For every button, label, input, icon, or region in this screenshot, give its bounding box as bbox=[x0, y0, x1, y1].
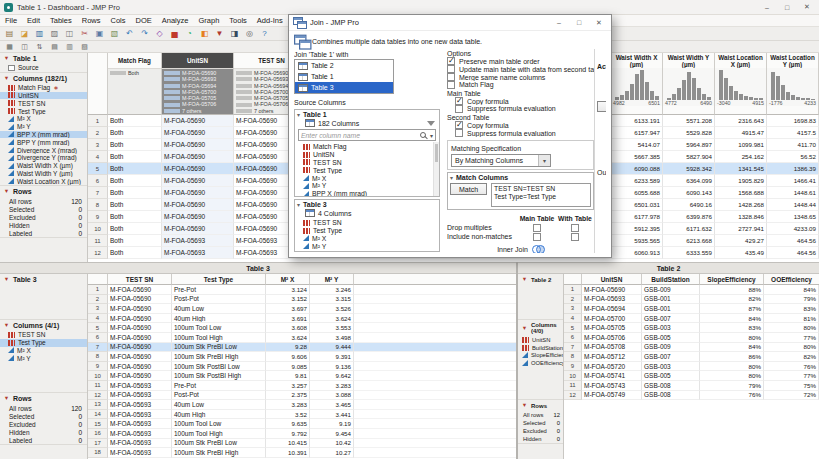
new-script-icon[interactable]: ◇ bbox=[153, 28, 166, 39]
row-number[interactable]: 4 bbox=[88, 151, 108, 163]
rows-stat[interactable]: Excluded 0 bbox=[0, 213, 87, 221]
table-row[interactable]: 13 M-FOA-05693 40um Low 3.283 3.465 bbox=[88, 400, 516, 410]
cell-m2x[interactable]: 3.697 bbox=[266, 304, 310, 314]
cell-unitsn[interactable]: M-FOA-05743 bbox=[582, 381, 642, 391]
cell-unitsn[interactable]: M-FOA-05690 bbox=[162, 211, 234, 223]
column-list-item[interactable]: BPP X (mm mrad) bbox=[0, 131, 87, 139]
zoom-tool-icon[interactable]: ◎ bbox=[243, 28, 256, 39]
cell-match-flag[interactable]: Both bbox=[108, 223, 162, 235]
cell-buildstation[interactable]: GSB-007 bbox=[642, 352, 700, 362]
red-triangle-icon[interactable] bbox=[3, 276, 10, 283]
menu-item[interactable]: Edit bbox=[22, 15, 45, 27]
row-number[interactable]: 1 bbox=[88, 285, 108, 295]
row-number[interactable]: 3 bbox=[88, 304, 108, 314]
cell-unitsn[interactable]: M-FOA-05693 bbox=[582, 295, 642, 305]
column-header-unitsn[interactable]: UnitSN bbox=[582, 274, 642, 285]
cell-m2y[interactable]: 3.283 bbox=[310, 381, 354, 391]
cell-waist-width-y[interactable]: 6333.559 bbox=[663, 247, 715, 259]
column-list-item[interactable]: Test Type bbox=[0, 339, 87, 347]
table-row[interactable]: 3 M-FOA-05690 40um Low 3.697 3.526 bbox=[88, 304, 516, 314]
cell-m2y[interactable]: 3.526 bbox=[310, 304, 354, 314]
cell-oo-efficiency[interactable]: 77% bbox=[764, 371, 819, 381]
row-number[interactable]: 5 bbox=[564, 323, 582, 333]
maximize-icon[interactable] bbox=[779, 1, 795, 13]
cell-buildstation[interactable]: GSB-003 bbox=[642, 323, 700, 333]
fit-y-by-x-icon[interactable]: ◔ bbox=[183, 28, 196, 39]
table1-panel-header[interactable]: Table 1 bbox=[0, 53, 87, 64]
cell-match-flag[interactable]: Both bbox=[108, 139, 162, 151]
row-number[interactable]: 8 bbox=[88, 352, 108, 362]
cell-m2x[interactable]: 3.283 bbox=[266, 400, 310, 410]
cell-unitsn[interactable]: M-FOA-05690 bbox=[162, 199, 234, 211]
cell-test-type[interactable]: 100um Tool High bbox=[172, 333, 266, 343]
cell-m2y[interactable]: 3.465 bbox=[310, 400, 354, 410]
cell-test-sn[interactable]: M-FOA-05693 bbox=[108, 410, 172, 420]
menu-item[interactable]: File bbox=[0, 15, 22, 27]
rows-panel-header[interactable]: Rows bbox=[0, 186, 87, 197]
table-stack-icon[interactable]: ▤ bbox=[48, 41, 61, 52]
join-table-option[interactable]: Table 1 bbox=[295, 71, 393, 82]
cell-waist-location-y[interactable]: 4233.09 bbox=[767, 223, 819, 235]
cell-unitsn[interactable]: M-FOA-05712 bbox=[582, 352, 642, 362]
help-icon[interactable]: ? bbox=[258, 28, 271, 39]
cell-match-flag[interactable]: Both bbox=[108, 163, 162, 175]
red-triangle-icon[interactable] bbox=[521, 276, 528, 283]
cell-slope-efficiency[interactable]: 87% bbox=[700, 304, 764, 314]
rows-stat[interactable]: All rows 12 bbox=[518, 411, 563, 419]
cell-waist-location-y[interactable]: 411.70 bbox=[767, 139, 819, 151]
cell-waist-location-x[interactable]: 1099.981 bbox=[715, 139, 767, 151]
column-header-waist-location-x[interactable]: Waist Location X (µm) -30404915 bbox=[715, 53, 767, 115]
cell-m2y[interactable]: 9.19 bbox=[310, 419, 354, 429]
cell-unitsn[interactable]: M-FOA-05708 bbox=[582, 343, 642, 353]
rows-stat[interactable]: Excluded 0 bbox=[0, 420, 87, 428]
rows-panel-header[interactable]: Rows bbox=[0, 393, 87, 404]
red-triangle-icon[interactable] bbox=[3, 395, 10, 402]
rows-stat[interactable]: Labeled 0 bbox=[0, 229, 87, 237]
disclosure-icon[interactable] bbox=[450, 174, 453, 181]
table3-box-header[interactable]: Table 3 bbox=[295, 200, 439, 209]
cell-slope-efficiency[interactable]: 76% bbox=[700, 391, 764, 401]
row-number[interactable]: 5 bbox=[88, 163, 108, 175]
table-row[interactable]: 7 M-FOA-05708 GSB-009 84% 80% bbox=[564, 343, 819, 353]
table-row[interactable]: 15 M-FOA-05693 100um Tool Low 9.635 9.19 bbox=[88, 419, 516, 429]
match-columns-header[interactable]: Match Columns bbox=[448, 173, 593, 182]
red-triangle-icon[interactable] bbox=[3, 75, 10, 82]
cell-waist-width-y[interactable]: 6213.668 bbox=[663, 235, 715, 247]
checkbox[interactable] bbox=[571, 233, 579, 241]
column-list-item[interactable]: TEST SN bbox=[0, 331, 87, 339]
cell-waist-location-y[interactable]: 464.56 bbox=[767, 247, 819, 259]
cell-m2y[interactable]: 3.553 bbox=[310, 323, 354, 333]
cell-m2y[interactable]: 10.42 bbox=[310, 439, 354, 449]
cell-test-type[interactable]: Post-Pot bbox=[172, 391, 266, 401]
cell-unitsn[interactable]: M-FOA-05705 bbox=[582, 323, 642, 333]
cell-unitsn[interactable]: M-FOA-05690 bbox=[162, 163, 234, 175]
row-number[interactable]: 9 bbox=[88, 362, 108, 372]
rows-stat[interactable]: All rows 120 bbox=[0, 404, 87, 412]
table3-panel-header[interactable]: Table 3 bbox=[0, 274, 87, 285]
row-number[interactable]: 2 bbox=[88, 127, 108, 139]
table-row[interactable]: 16 M-FOA-05693 100um Tool High 9.792 9.4… bbox=[88, 429, 516, 439]
cell-match-flag[interactable]: Both bbox=[108, 127, 162, 139]
cell-unitsn[interactable]: M-FOA-05690 bbox=[582, 285, 642, 295]
row-number[interactable]: 10 bbox=[564, 371, 582, 381]
red-triangle-icon[interactable] bbox=[521, 325, 528, 332]
join-dialog-titlebar[interactable]: Join - JMP Pro bbox=[289, 15, 611, 31]
cell-match-flag[interactable]: Both bbox=[108, 115, 162, 127]
option-row[interactable]: Suppress formula evaluation bbox=[447, 129, 594, 137]
cell-waist-location-y[interactable]: 1698.83 bbox=[767, 115, 819, 127]
table-row[interactable]: 5 M-FOA-05690 100um Tool Low 3.608 3.553 bbox=[88, 323, 516, 333]
maximize-icon[interactable] bbox=[571, 17, 587, 29]
column-list-item[interactable]: M² X bbox=[295, 235, 432, 243]
cell-test-type[interactable]: 100um Stk PreBI Low bbox=[172, 343, 266, 353]
cell-test-sn[interactable]: M-FOA-05690 bbox=[108, 314, 172, 324]
cell-test-sn[interactable]: M-FOA-05693 bbox=[108, 381, 172, 391]
cell-waist-width-x[interactable]: 5414.07 bbox=[611, 139, 663, 151]
paste-icon[interactable]: ▧ bbox=[108, 28, 121, 39]
cell-unitsn[interactable]: M-FOA-05690 bbox=[162, 127, 234, 139]
column-list-item[interactable]: TEST SN bbox=[295, 159, 432, 167]
row-number[interactable]: 11 bbox=[88, 235, 108, 247]
save-icon[interactable]: ▥ bbox=[33, 28, 46, 39]
cell-test-type[interactable]: 100um Stk PreBI High bbox=[172, 448, 266, 458]
row-number[interactable]: 4 bbox=[88, 314, 108, 324]
print-icon[interactable]: ▨ bbox=[48, 28, 61, 39]
